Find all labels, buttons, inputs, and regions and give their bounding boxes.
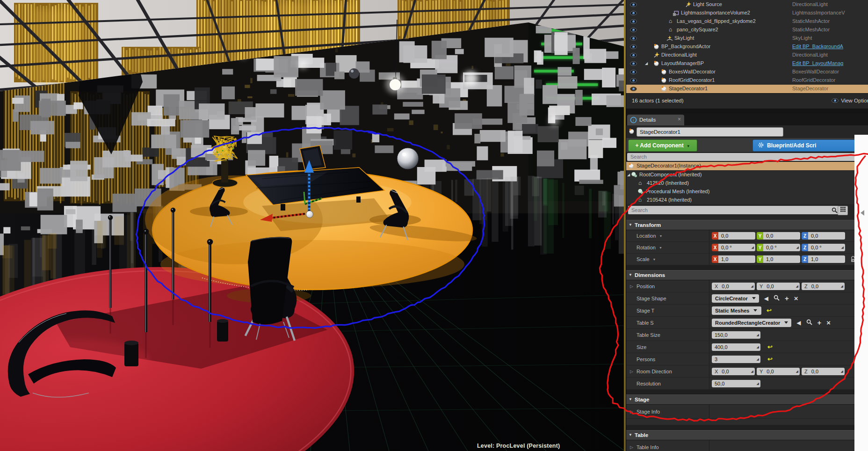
drag-corner-icon[interactable]: ◢	[752, 246, 754, 249]
value-field-z[interactable]: Z0,0◢	[802, 368, 845, 375]
section-header-dimensions[interactable]: ▼Dimensions	[626, 270, 868, 280]
drag-corner-icon[interactable]: ◢	[796, 246, 799, 249]
use-selected-asset-icon[interactable]: ◀	[796, 320, 801, 326]
section-header-stage[interactable]: ▼Stage	[626, 394, 868, 405]
outliner-row-light-source[interactable]: Light SourceDirectionalLight	[626, 0, 868, 9]
outliner-row-bp-backgroundactor[interactable]: BP_BackgroundActorEdit BP_BackgroundA	[626, 43, 868, 51]
value-field-y[interactable]: 0,0 °◢	[763, 244, 800, 251]
viewport-3d[interactable]: Level: ProcLevel (Persistent)	[0, 0, 624, 451]
outliner-row-directionallight[interactable]: DirectionalLightDirectionalLight	[626, 51, 868, 59]
outliner-row-layoutmanagerbp[interactable]: ◢LayoutManagerBPEdit BP_LayoutManag	[626, 59, 868, 68]
tab-close-icon[interactable]: ×	[678, 116, 681, 123]
chevron-down-icon[interactable]: ▼	[653, 258, 656, 261]
outliner-row-boxeswalldecorator[interactable]: BoxesWallDecoratorBoxesWallDecorator	[626, 68, 868, 76]
outliner-row-stagedecorator1[interactable]: StageDecorator1StageDecorator	[626, 85, 868, 93]
visibility-eye-icon[interactable]	[630, 70, 637, 75]
visibility-eye-icon[interactable]	[630, 2, 637, 8]
drag-corner-icon[interactable]: ◢	[757, 345, 759, 349]
use-selected-asset-icon[interactable]: ◀	[764, 296, 768, 301]
drag-corner-icon[interactable]: ◢	[841, 246, 844, 249]
outliner-row-lightmassimportancevolume2[interactable]: LightmassImportanceVolume2LightmassImpor…	[626, 9, 868, 17]
reset-to-default-icon[interactable]: ↩	[767, 356, 773, 363]
value-field-z[interactable]: Z0,0◢	[802, 283, 845, 290]
value-field[interactable]: 400,0◢	[712, 343, 760, 351]
drag-corner-icon[interactable]: ◢	[796, 370, 798, 373]
browse-icon[interactable]	[774, 295, 780, 302]
value-field-x[interactable]: 0,0 °◢	[718, 244, 755, 251]
clear-icon[interactable]: ×	[826, 320, 831, 326]
value-field-x[interactable]: 1,0	[718, 255, 755, 263]
visibility-eye-icon[interactable]	[630, 53, 637, 58]
value-field[interactable]: 150,0◢	[712, 331, 760, 339]
reset-to-default-icon[interactable]: ↩	[767, 343, 773, 350]
expand-arrow-icon[interactable]: ◢	[645, 61, 648, 65]
section-header-transform[interactable]: ▼Transform	[626, 220, 868, 230]
chevron-down-icon[interactable]: ▼	[659, 246, 662, 249]
chevron-down-icon[interactable]: ▼	[659, 234, 663, 238]
value-field[interactable]: 50,0◢	[712, 380, 760, 387]
outliner-row-skylight[interactable]: SkyLightSkyLight	[626, 34, 868, 43]
dropdown-stage-shape[interactable]: CircleCreator	[712, 294, 759, 303]
view-options-button[interactable]: View Option	[832, 98, 868, 103]
panel-splitter-handle[interactable]	[861, 210, 864, 216]
visibility-eye-icon[interactable]	[630, 44, 637, 50]
expander-icon[interactable]: ▷	[630, 409, 633, 414]
component-row-rootcomponent-inherited-[interactable]: ◢RootComponent (Inherited)	[626, 171, 868, 179]
dropdown-stage-t[interactable]: Static Meshes	[712, 306, 761, 315]
reset-to-default-icon[interactable]: ↩	[767, 307, 772, 314]
value-field[interactable]: 3◢	[712, 356, 760, 363]
edit-blueprint-link[interactable]: Edit BP_LayoutManag	[792, 60, 843, 66]
add-element-icon[interactable]: +	[817, 320, 822, 326]
chrome-sphere[interactable]	[397, 148, 419, 169]
browse-icon[interactable]	[806, 319, 812, 326]
value-field-x[interactable]: X0,0◢	[712, 283, 755, 290]
view-mode-grid-button[interactable]	[838, 206, 848, 215]
visibility-eye-icon[interactable]	[630, 87, 637, 92]
component-search-input[interactable]: Search	[627, 153, 868, 161]
component-row-instance[interactable]: StageDecorator1(Instance)	[626, 162, 868, 170]
dropdown-table-s[interactable]: RoundedRectangleCreator	[712, 319, 791, 327]
value-field-y[interactable]: 1,0	[763, 255, 800, 263]
outliner-row-roofgriddecorator1[interactable]: RoofGridDecorator1RoofGridDecorator	[626, 76, 868, 85]
outliner-row-pano-citysquare2[interactable]: ⌂pano_citySquare2StaticMeshActor	[626, 26, 868, 34]
drag-corner-icon[interactable]: ◢	[757, 357, 759, 361]
visibility-eye-icon[interactable]	[630, 78, 637, 84]
value-field-y[interactable]: Y0,0◢	[757, 283, 800, 290]
drag-corner-icon[interactable]: ◢	[841, 370, 843, 373]
value-field-y[interactable]: Y0,0◢	[757, 368, 800, 375]
value-field-z[interactable]: 0,0	[808, 232, 845, 240]
value-field-x[interactable]: 0,0	[718, 232, 755, 240]
drag-corner-icon[interactable]: ◢	[751, 284, 753, 288]
expander-icon[interactable]: ▷	[630, 369, 633, 374]
expander-icon[interactable]: ▷	[630, 445, 633, 450]
value-field-x[interactable]: X0,0◢	[712, 368, 755, 375]
component-row-412520-inherited-[interactable]: ⌂412520 (Inherited)	[626, 179, 868, 188]
value-field-y[interactable]: 0,0	[763, 232, 800, 240]
drag-corner-icon[interactable]: ◢	[757, 333, 759, 337]
visibility-eye-icon[interactable]	[630, 11, 637, 16]
component-row-2105424-inherited-[interactable]: ⌂2105424 (Inherited)	[626, 196, 868, 204]
drag-corner-icon[interactable]: ◢	[796, 284, 798, 288]
add-component-button[interactable]: + Add Component▼	[628, 139, 697, 152]
visibility-eye-icon[interactable]	[630, 61, 637, 67]
expander-icon[interactable]: ▷	[630, 284, 633, 289]
drag-corner-icon[interactable]: ◢	[751, 370, 753, 373]
section-header-table[interactable]: ▼Table	[626, 430, 868, 440]
blueprint-add-script-button[interactable]: Blueprint/Add Scri	[752, 139, 860, 152]
component-row-procedural-mesh-inherited-[interactable]: Procedural Mesh (Inherited)	[626, 188, 868, 196]
visibility-eye-icon[interactable]	[630, 36, 637, 42]
drag-corner-icon[interactable]: ◢	[757, 382, 759, 386]
edit-blueprint-link[interactable]: Edit BP_BackgroundA	[792, 44, 843, 49]
tab-details[interactable]: i Details ×	[627, 115, 684, 125]
actor-name-input[interactable]	[637, 127, 783, 137]
value-field-z[interactable]: 0,0 °◢	[808, 244, 845, 251]
expand-arrow-icon[interactable]: ◢	[627, 173, 630, 177]
visibility-eye-icon[interactable]	[630, 28, 637, 33]
clear-icon[interactable]: ×	[794, 296, 798, 301]
visibility-eye-icon[interactable]	[630, 19, 637, 25]
outliner-row-las-vegas-old-flipped-skydome2[interactable]: ⌂Las_vegas_old_flipped_skydome2StaticMes…	[626, 17, 868, 26]
property-search-input[interactable]: Search	[628, 206, 840, 214]
drag-corner-icon[interactable]: ◢	[841, 284, 843, 288]
value-field-z[interactable]: 1,0	[808, 255, 845, 263]
add-element-icon[interactable]: +	[785, 296, 789, 301]
